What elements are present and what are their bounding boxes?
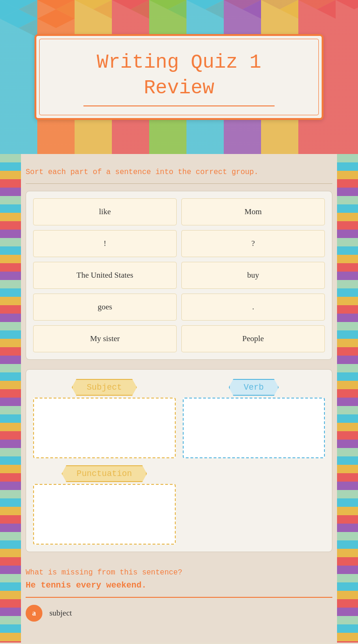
subject-verb-row: Subject Verb [33, 379, 325, 458]
question-divider [26, 597, 332, 598]
sort-card-period[interactable]: . [181, 294, 325, 321]
sort-card-goes[interactable]: goes [33, 294, 177, 321]
sort-card-exclamation[interactable]: ! [33, 230, 177, 257]
left-side-decoration [0, 154, 21, 643]
sort-grid: like Mom ! ? The United States buy goes … [26, 191, 332, 360]
main-content: Sort each part of a sentence into the co… [0, 154, 358, 643]
sort-card-question[interactable]: ? [181, 230, 325, 257]
sort-card-people[interactable]: People [181, 325, 325, 352]
drop-zones: Subject Verb Punctuation [26, 369, 332, 552]
title-box: Writing Quiz 1 Review [34, 34, 324, 120]
answer-option-a[interactable]: a subject [26, 605, 332, 622]
title-underline [83, 105, 275, 106]
punctuation-drop-box[interactable] [33, 484, 176, 545]
option-a-text: subject [49, 609, 72, 618]
page-wrapper: Writing Quiz 1 Review Sort each part of … [0, 0, 358, 643]
verb-label: Verb [229, 379, 279, 396]
sort-card-my-sister[interactable]: My sister [33, 325, 177, 352]
sentence-text: He tennis every weekend. [26, 581, 332, 590]
instruction-divider [26, 183, 332, 184]
question-label: What is missing from this sentence? [26, 568, 332, 577]
sort-card-mom[interactable]: Mom [181, 198, 325, 225]
punctuation-zone-container: Punctuation [33, 465, 176, 545]
question-section: What is missing from this sentence? He t… [26, 561, 332, 629]
subject-ribbon-label: Subject [33, 379, 176, 396]
punctuation-ribbon-label: Punctuation [33, 465, 176, 482]
sort-card-like[interactable]: like [33, 198, 177, 225]
page-title: Writing Quiz 1 Review [60, 50, 298, 101]
punctuation-row: Punctuation [33, 465, 325, 545]
verb-drop-box[interactable] [183, 398, 325, 458]
empty-right [183, 465, 325, 545]
verb-ribbon-label: Verb [183, 379, 325, 396]
sort-card-united-states[interactable]: The United States [33, 262, 177, 289]
verb-zone-container: Verb [183, 379, 325, 458]
right-side-decoration [337, 154, 358, 643]
subject-zone-container: Subject [33, 379, 176, 458]
header-section: Writing Quiz 1 Review [0, 0, 358, 154]
subject-drop-box[interactable] [33, 398, 176, 458]
option-a-bubble: a [26, 605, 42, 622]
subject-label: Subject [72, 379, 137, 396]
punctuation-label: Punctuation [62, 465, 147, 482]
sort-card-buy[interactable]: buy [181, 262, 325, 289]
instruction-text: Sort each part of a sentence into the co… [26, 168, 332, 176]
